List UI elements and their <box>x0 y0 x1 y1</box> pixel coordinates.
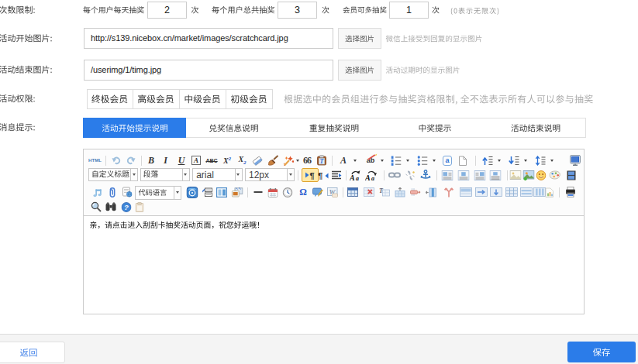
svg-text:A: A <box>350 173 355 181</box>
svg-text:?: ? <box>124 202 129 211</box>
svg-text:A: A <box>365 173 371 181</box>
svg-text:¶: ¶ <box>309 170 314 180</box>
svg-text:a: a <box>371 175 374 181</box>
svg-text:a: a <box>356 175 359 181</box>
svg-text:¶: ¶ <box>318 171 322 180</box>
